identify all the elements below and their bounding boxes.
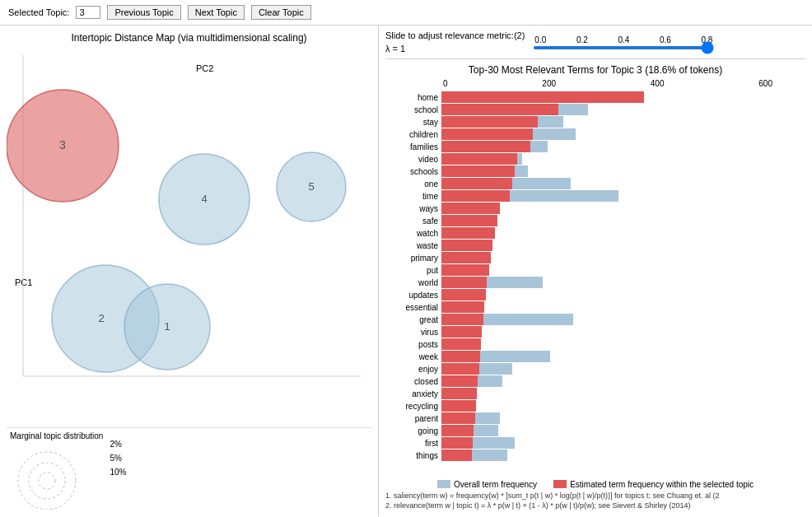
chart-title: Top-30 Most Relevant Terms for Topic 3 (… [385, 64, 805, 76]
bar-row: time [385, 190, 805, 202]
bar-term-label: school [385, 105, 441, 114]
bars-container [441, 252, 771, 263]
clear-topic-button[interactable]: Clear Topic [251, 5, 311, 20]
bars-container [441, 425, 771, 436]
red-bar [441, 252, 491, 263]
bar-row: watch [385, 227, 805, 239]
bars-container [441, 178, 771, 189]
bars-container [441, 141, 771, 152]
bar-term-label: parent [385, 414, 441, 423]
red-bar [441, 289, 486, 300]
red-bar [441, 190, 510, 202]
axis-line: 0 200 400 600 [385, 79, 805, 90]
bar-row: primary [385, 252, 805, 263]
legend-blue-box [437, 480, 450, 488]
bars-container [441, 388, 771, 399]
bar-term-label: enjoy [385, 365, 441, 374]
topic-map-svg: 3 4 5 2 1 [7, 47, 369, 384]
bar-term-label: one [385, 179, 441, 189]
red-bar [441, 116, 538, 128]
bar-term-label: watch [385, 229, 441, 238]
bars-container [441, 437, 771, 449]
bars-container [441, 277, 771, 288]
bars-container [441, 91, 771, 103]
bar-term-label: world [385, 278, 441, 287]
topic-input[interactable] [76, 6, 100, 19]
red-bar [441, 363, 479, 375]
bar-row: enjoy [385, 363, 805, 375]
main-container: Intertopic Distance Map (via multidimens… [0, 26, 812, 516]
bars-container [441, 153, 771, 165]
prev-topic-button[interactable]: Previous Topic [107, 5, 180, 20]
legend-blue-label: Overall term frequency [454, 480, 537, 489]
bar-term-label: time [385, 192, 441, 201]
relevance-slider[interactable] [533, 46, 714, 49]
bar-term-label: put [385, 266, 441, 275]
bar-term-label: updates [385, 291, 441, 300]
red-bar [441, 375, 478, 387]
red-bar [441, 264, 489, 276]
bars-container [441, 351, 771, 362]
bar-row: schools [385, 165, 805, 177]
bar-row: children [385, 128, 805, 140]
bar-row: stay [385, 116, 805, 128]
bar-row: one [385, 178, 805, 189]
map-area: PC2 PC1 3 4 5 2 1 [7, 47, 371, 427]
svg-text:5: 5 [308, 180, 314, 193]
bars-container [441, 314, 771, 325]
footnote-2: 2. relevance(term w | topic t) = λ * p(w… [385, 501, 805, 511]
bar-term-label: closed [385, 377, 441, 386]
svg-text:2: 2 [98, 312, 104, 324]
bar-chart-area: 0 200 400 600 homeschoolstaychildrenfami… [385, 79, 805, 477]
red-bar [441, 351, 480, 362]
bar-term-label: stay [385, 118, 441, 127]
bars-container [441, 326, 771, 338]
marginal-label: Marginal topic distribution [10, 431, 103, 440]
slider-container: 0.0 0.2 0.4 0.6 0.8 [533, 35, 714, 49]
bars-container [441, 190, 771, 202]
bar-term-label: recycling [385, 402, 441, 411]
red-bar [441, 449, 472, 461]
bar-term-label: waste [385, 241, 441, 250]
bars-container [441, 412, 771, 424]
bar-term-label: video [385, 155, 441, 164]
bar-row: things [385, 449, 805, 461]
bars-container [441, 227, 771, 239]
bars-container [441, 165, 771, 177]
red-bar [441, 400, 476, 412]
bar-row: waste [385, 240, 805, 251]
right-panel: Slide to adjust relevance metric:(2) λ =… [379, 26, 812, 516]
bar-term-label: posts [385, 340, 441, 349]
lambda-label: λ = 1 [385, 44, 525, 54]
bar-term-label: schools [385, 167, 441, 176]
bar-row: anxiety [385, 388, 805, 399]
marginal-section: Marginal topic distribution 2% 5% 10% [7, 427, 371, 510]
bar-row: ways [385, 203, 805, 214]
svg-text:4: 4 [201, 193, 207, 205]
bar-row: put [385, 264, 805, 276]
svg-text:3: 3 [59, 138, 66, 151]
bar-term-label: anxiety [385, 389, 441, 398]
bar-term-label: virus [385, 328, 441, 337]
bar-term-label: home [385, 93, 441, 102]
bars-wrapper: homeschoolstaychildrenfamiliesvideoschoo… [385, 91, 805, 462]
bar-term-label: ways [385, 204, 441, 213]
bar-row: world [385, 277, 805, 288]
bars-container [441, 116, 771, 128]
map-title: Intertopic Distance Map (via multidimens… [7, 32, 371, 44]
red-bar [441, 104, 558, 115]
left-panel: Intertopic Distance Map (via multidimens… [0, 26, 379, 516]
bars-container [441, 203, 771, 214]
right-top-bar: Slide to adjust relevance metric:(2) λ =… [385, 30, 805, 59]
red-bar [441, 301, 484, 313]
bar-term-label: week [385, 352, 441, 361]
red-bar [441, 437, 473, 449]
bar-row: week [385, 351, 805, 362]
bar-term-label: essential [385, 303, 441, 312]
next-topic-button[interactable]: Next Topic [188, 5, 245, 20]
bar-row: first [385, 437, 805, 449]
svg-text:1: 1 [164, 320, 170, 333]
legend-red-box [553, 480, 567, 488]
bars-container [441, 363, 771, 375]
red-bar [441, 141, 530, 152]
